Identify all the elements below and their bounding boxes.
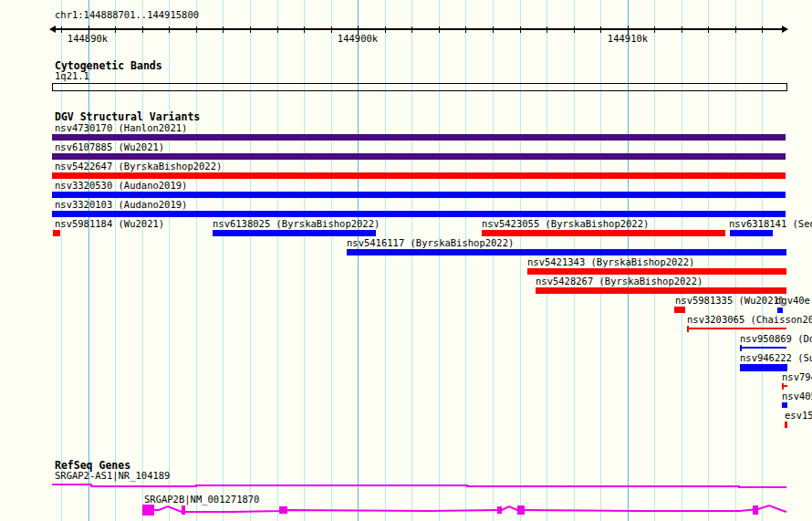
variant-label[interactable]: nsv5428267 (ByrskaBishop2022) xyxy=(536,276,703,287)
variant-label[interactable]: nsv3203065 (Chaisson201 xyxy=(687,315,812,325)
variant-label[interactable]: nsv5981184 (Wu2021) xyxy=(55,219,164,229)
ruler-tick xyxy=(250,26,251,33)
cytoband-label[interactable]: 1q21.1 xyxy=(55,71,89,81)
ruler-tick xyxy=(304,26,305,33)
gene-exon-box[interactable] xyxy=(279,506,287,514)
variant-bar[interactable] xyxy=(740,364,787,371)
ruler-tick xyxy=(196,26,197,33)
variant-label[interactable]: nsv950869 (Dog xyxy=(740,334,812,344)
ruler-tick-label: 144910k xyxy=(608,34,648,44)
gridline-minor xyxy=(304,0,305,521)
variant-span-line[interactable] xyxy=(740,347,786,349)
ruler-tick xyxy=(520,26,521,33)
cytoband-box[interactable] xyxy=(52,83,787,91)
gridline-minor xyxy=(762,0,763,521)
variant-marker[interactable] xyxy=(782,402,787,408)
variant-label[interactable]: nsv405 xyxy=(782,391,812,401)
gene-exon-box[interactable] xyxy=(182,505,185,515)
gene-intron-line[interactable] xyxy=(149,505,786,512)
variant-label[interactable]: nsv3320103 (Audano2019) xyxy=(55,200,187,210)
variant-label[interactable]: nsv3320530 (Audano2019) xyxy=(55,181,187,191)
variant-label[interactable]: nsv6138025 (ByrskaBishop2022) xyxy=(213,219,380,229)
ruler-tick xyxy=(277,26,278,33)
region-label: chr1:144888701..144915800 xyxy=(55,10,199,20)
variant-bar[interactable] xyxy=(730,230,773,236)
gridline-minor xyxy=(223,0,224,521)
variant-label[interactable]: nsv5422647 (ByrskaBishop2022) xyxy=(55,162,222,172)
gridline-minor xyxy=(277,0,278,521)
variant-label[interactable]: esv15 xyxy=(785,411,812,421)
ruler-axis-line xyxy=(52,28,786,30)
ruler-tick xyxy=(331,26,332,33)
variant-label[interactable]: nsv5416117 (ByrskaBishop2022) xyxy=(347,238,514,248)
gridline-minor xyxy=(385,0,386,521)
variant-label[interactable]: nsv794 xyxy=(782,372,812,382)
dgv-track-title: DGV Structural Variants xyxy=(55,111,200,122)
variant-bar[interactable] xyxy=(527,268,786,275)
gene-exon-box[interactable] xyxy=(142,505,154,516)
ruler-tick xyxy=(493,26,494,33)
gridline-minor xyxy=(520,0,521,521)
gridline-minor xyxy=(439,0,440,521)
variant-bar[interactable] xyxy=(52,153,786,160)
variant-bar[interactable] xyxy=(52,134,786,141)
variant-label[interactable]: nsv5421343 (ByrskaBishop2022) xyxy=(527,257,694,267)
gene-exon-box[interactable] xyxy=(497,506,502,514)
ruler-tick xyxy=(654,26,655,33)
ruler-tick xyxy=(574,26,575,33)
ruler-tick-label: 144900k xyxy=(338,34,378,44)
gene-label[interactable]: SRGAP2B|NM_001271870 xyxy=(144,495,259,505)
gene-intron-line[interactable] xyxy=(52,485,786,487)
variant-span-line[interactable] xyxy=(687,328,786,329)
variant-marker[interactable] xyxy=(777,307,783,313)
variant-label[interactable]: nsv5423055 (ByrskaBishop2022) xyxy=(482,219,649,229)
ruler-tick-label: 144890k xyxy=(68,34,108,44)
variant-bar[interactable] xyxy=(347,249,786,255)
genome-browser-panel: chr1:144888701..144915800 144890k144900k… xyxy=(0,0,812,521)
variant-span-line[interactable] xyxy=(784,385,787,387)
gene-label[interactable]: SRGAP2-AS1|NR_104189 xyxy=(55,471,170,481)
gene-exon-box[interactable] xyxy=(517,505,525,515)
gridline-minor xyxy=(250,0,251,521)
variant-label[interactable]: nsv4730170 (Hanlon2021) xyxy=(55,123,187,133)
ruler-left-arrow-icon xyxy=(49,26,56,33)
gridline-minor xyxy=(411,0,412,521)
variant-bar[interactable] xyxy=(53,230,60,236)
variant-bar[interactable] xyxy=(536,287,786,294)
ruler-tick xyxy=(223,26,224,33)
variant-bar[interactable] xyxy=(674,307,685,313)
variant-marker[interactable] xyxy=(785,422,787,428)
ruler-tick xyxy=(465,26,466,33)
gridline-minor xyxy=(196,0,197,521)
gridline-major xyxy=(358,0,359,521)
ruler-tick xyxy=(385,26,386,33)
gridline-minor xyxy=(115,0,116,521)
ruler-tick xyxy=(547,26,547,33)
ruler-tick xyxy=(682,26,682,33)
variant-bar[interactable] xyxy=(52,172,786,179)
variant-label[interactable]: nsv5981335 (Wu2021) xyxy=(675,296,785,306)
gridline-minor xyxy=(465,0,466,521)
gene-exon-box[interactable] xyxy=(753,505,758,515)
variant-bar[interactable] xyxy=(213,230,376,236)
gridline-minor xyxy=(331,0,332,521)
ruler-tick xyxy=(708,26,709,33)
ruler-tick xyxy=(735,26,736,33)
ruler-right-arrow-icon xyxy=(782,26,788,33)
gridline-minor xyxy=(169,0,170,521)
ruler-tick xyxy=(169,26,170,33)
ruler-tick xyxy=(600,26,601,33)
gridline-minor xyxy=(493,0,494,521)
variant-bar[interactable] xyxy=(52,211,786,217)
variant-label[interactable]: nsv946222 (Sud xyxy=(740,353,812,363)
variant-label[interactable]: nsv6318141 (Sed xyxy=(729,219,812,229)
variant-label[interactable]: dgv40e xyxy=(776,296,810,306)
variant-bar[interactable] xyxy=(482,230,725,236)
ruler-tick xyxy=(762,26,763,33)
variant-bar[interactable] xyxy=(52,192,786,198)
variant-end-tick[interactable] xyxy=(687,326,689,332)
ruler-tick xyxy=(411,26,412,33)
gridline-minor xyxy=(142,0,143,521)
variant-label[interactable]: nsv6107885 (Wu2021) xyxy=(55,142,164,152)
variant-end-tick[interactable] xyxy=(740,345,742,351)
